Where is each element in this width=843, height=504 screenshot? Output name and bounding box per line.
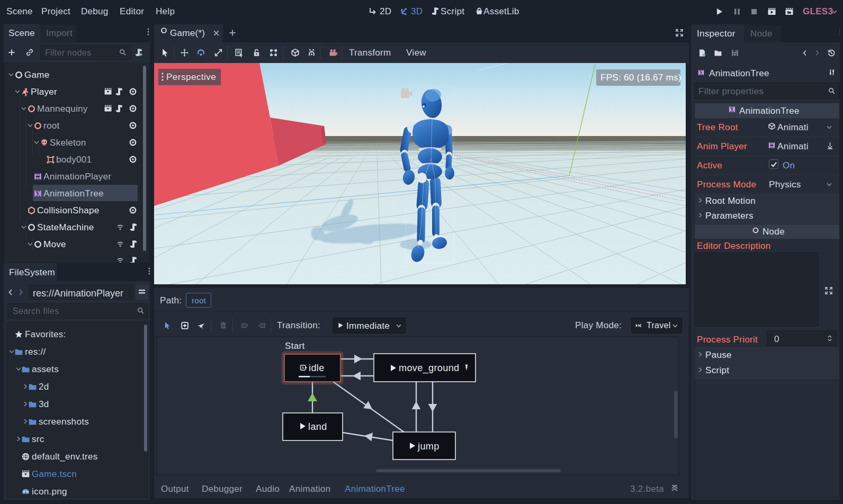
svg-text:move_ground: move_ground (399, 363, 459, 374)
svg-text:jump: jump (417, 441, 440, 452)
svg-text:land: land (308, 421, 327, 432)
svg-text:A: A (301, 366, 304, 370)
svg-text:idle: idle (309, 363, 325, 373)
svg-text:Start: Start (285, 341, 304, 351)
